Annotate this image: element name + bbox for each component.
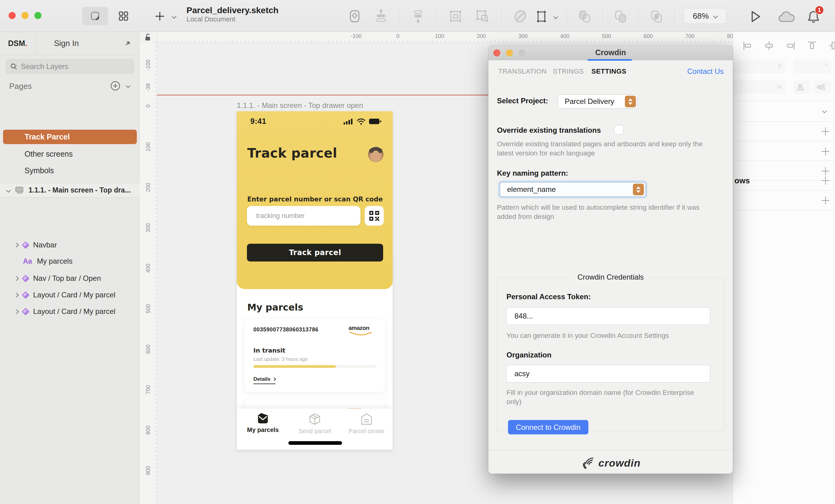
distribute-vertical-icon[interactable] (373, 8, 389, 24)
search-placeholder: Search Layers (21, 62, 68, 71)
sign-in-button[interactable]: Sign In (36, 39, 140, 48)
union-icon[interactable] (576, 8, 593, 25)
add-inner-shadow-button[interactable] (821, 196, 830, 205)
subtract-icon[interactable] (612, 8, 629, 25)
add-border-button[interactable] (821, 167, 830, 175)
distribute-down-icon[interactable] (410, 8, 426, 24)
qr-code-icon (369, 211, 380, 221)
track-parcel-button[interactable]: Track parcel (247, 244, 383, 261)
nav-send-parcel[interactable]: Send parcel (292, 413, 338, 435)
layer-row-navbar[interactable]: Navbar (0, 238, 140, 252)
organization-input[interactable]: acsy (506, 365, 710, 383)
layer-row-nav-top-bar[interactable]: Nav / Top bar / Open (0, 271, 140, 286)
group-icon[interactable] (447, 8, 464, 24)
zoom-select[interactable]: 68% (684, 8, 727, 24)
y-label: Y (778, 63, 781, 70)
nav-label: Send parcel (299, 428, 331, 435)
add-fill-button[interactable] (821, 147, 830, 155)
zoom-window-button[interactable] (518, 49, 526, 57)
parcel-status: In transit (253, 347, 285, 354)
no-fill-icon[interactable] (512, 8, 529, 24)
crowdin-plugin-window[interactable]: Crowdin TRANSLATION STRINGS SETTINGS Con… (488, 45, 733, 474)
battery-icon (369, 118, 382, 125)
search-layers-field[interactable]: Search Layers (5, 59, 134, 74)
layer-label: Layout / Card / My parcel (33, 291, 115, 299)
crowdin-logo-icon (581, 456, 595, 470)
scan-qr-button[interactable] (365, 206, 384, 226)
notifications-button[interactable]: 1 (806, 9, 821, 26)
nav-my-parcels[interactable]: My parcels (240, 413, 286, 434)
avatar[interactable] (368, 147, 384, 162)
grid-view-toggle[interactable] (110, 7, 136, 25)
track-parcel-button-label: Track parcel (289, 248, 341, 257)
unlock-icon[interactable] (144, 33, 152, 41)
intersect-icon[interactable] (648, 8, 665, 25)
flip-horizontal-button[interactable] (793, 80, 811, 94)
insert-symbol-icon[interactable] (347, 8, 363, 24)
artboard-group-row[interactable]: 1.1.1. - Main screen - Top dra... (0, 183, 140, 197)
minimize-button[interactable] (506, 49, 513, 57)
artboard-title[interactable]: 1.1.1. - Main screen - Top drawer open (237, 101, 363, 110)
preview-button[interactable] (748, 9, 762, 25)
minimize-button[interactable] (21, 12, 28, 19)
add-style-button[interactable] (821, 128, 830, 135)
override-checkbox[interactable] (614, 125, 624, 134)
expand-icon[interactable] (14, 243, 19, 247)
flip-vertical-button[interactable] (814, 80, 831, 94)
tracking-number-input[interactable]: tracking number (247, 206, 361, 226)
layer-row-card-1[interactable]: Layout / Card / My parcel (0, 288, 140, 302)
key-naming-dropdown[interactable]: element_name (500, 183, 646, 196)
enter-parcel-label: Enter parcel number or scan QR code (247, 195, 383, 203)
sidebar-header: DSM. Sign In (0, 32, 140, 55)
select-project-value: Parcel Delivery (565, 97, 614, 106)
zoom-window-button[interactable] (34, 12, 41, 19)
contact-us-link[interactable]: Contact Us (687, 67, 724, 76)
artboard[interactable]: 9:41 Track parcel Enter parcel number or… (237, 111, 393, 450)
parcel-details-link[interactable]: Details (253, 376, 276, 384)
add-page-button[interactable] (110, 80, 121, 92)
parcel-card[interactable]: 00359007738060313786 amazon In transit L… (244, 318, 386, 393)
dsm-tab[interactable]: DSM. (0, 32, 36, 55)
toolbar-tools (347, 8, 529, 24)
connect-to-crowdin-button[interactable]: Connect to Crowdin (508, 420, 588, 435)
token-input[interactable]: 848... (506, 307, 710, 325)
tracking-placeholder: tracking number (256, 212, 305, 220)
cloud-sync-button[interactable] (777, 10, 796, 25)
ruler-left[interactable]: -100 -39 0 100 200 300 400 500 600 700 8… (140, 43, 157, 504)
tab-translation[interactable]: TRANSLATION (498, 67, 547, 76)
sidebar-page-track-parcel[interactable]: Track Parcel (3, 130, 137, 144)
tab-strings[interactable]: STRINGS (553, 67, 584, 76)
symbol-icon (22, 308, 29, 315)
expand-icon[interactable] (14, 276, 19, 281)
nav-parcel-center[interactable]: Parcel center (344, 413, 390, 435)
select-project-dropdown[interactable]: Parcel Delivery (558, 94, 637, 108)
expand-icon[interactable] (14, 309, 19, 314)
close-button[interactable] (8, 12, 16, 19)
page-label: Track Parcel (24, 132, 69, 141)
expand-icon[interactable] (14, 292, 19, 297)
sidebar-page-other-screens[interactable]: Other screens (0, 147, 140, 161)
ungroup-icon[interactable] (474, 8, 491, 24)
token-help-text: You can generate it in your Crowdin Acco… (507, 331, 709, 340)
align-right-icon[interactable] (785, 40, 796, 51)
insert-button[interactable] (154, 10, 176, 22)
align-top-icon[interactable] (807, 40, 817, 51)
flip-horizontal-icon (796, 83, 805, 91)
align-left-icon[interactable] (742, 40, 753, 51)
tab-settings[interactable]: SETTINGS (591, 67, 626, 76)
align-middle-v-icon[interactable] (828, 40, 835, 51)
phone-bottom-nav: My parcels Send parcel Parcel center (237, 409, 393, 450)
section-collapse-icon[interactable] (822, 108, 827, 113)
layer-row-card-2[interactable]: Layout / Card / My parcel (0, 304, 140, 318)
sidebar-page-symbols[interactable]: Symbols (0, 163, 140, 177)
rotation-field[interactable]: ° (793, 60, 831, 73)
layer-row-my-parcels[interactable]: Aa My parcels (0, 254, 140, 268)
toolbar-separator (638, 9, 639, 24)
close-button[interactable] (493, 49, 500, 57)
ruler-label: 400 (145, 264, 151, 273)
pages-collapse-icon[interactable] (126, 83, 131, 88)
edit-frame-button[interactable] (534, 8, 557, 25)
align-center-h-icon[interactable] (764, 40, 774, 51)
add-shadow-button[interactable] (821, 176, 830, 185)
canvas-view-toggle[interactable] (82, 7, 108, 25)
